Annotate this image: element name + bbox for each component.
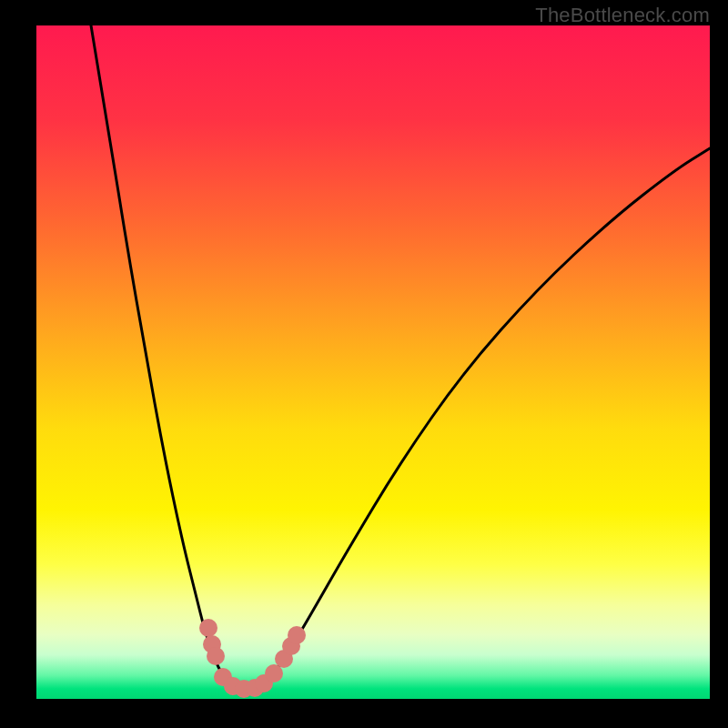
watermark-text: TheBottleneck.com [535,4,710,27]
data-point-markers [199,619,306,698]
plot-area [36,25,710,699]
data-point-marker [207,647,225,665]
bottleneck-curve [36,25,710,699]
data-point-marker [199,619,217,637]
chart-frame: TheBottleneck.com [0,0,728,728]
data-point-marker [288,626,306,644]
v-curve-line [91,25,710,689]
